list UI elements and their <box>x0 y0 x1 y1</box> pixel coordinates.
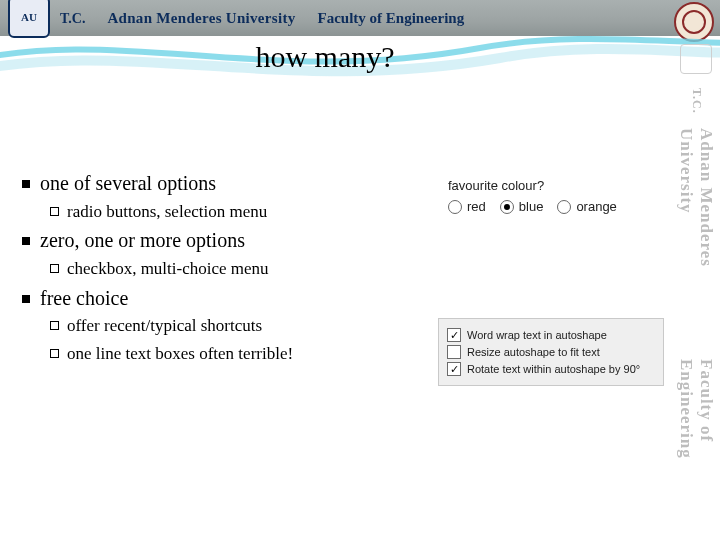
checkbox-row[interactable]: Rotate text within autoshape by 90° <box>447 362 655 376</box>
bullet-level1: one of several options <box>22 171 422 197</box>
bullet-text: one of several options <box>40 171 216 197</box>
bullet-text: free choice <box>40 286 128 312</box>
bullet-list: one of several options radio buttons, se… <box>22 165 422 371</box>
checkbox-row[interactable]: Resize autoshape to fit text <box>447 345 655 359</box>
banner-faculty: Faculty of Engineering <box>317 10 464 27</box>
watermark-logo-icon <box>680 44 712 74</box>
subbullet-marker-icon <box>50 321 59 330</box>
radio-option-label: blue <box>519 199 544 214</box>
top-banner: AU T.C. Adnan Menderes University Facult… <box>0 0 720 36</box>
example-radio-group: favourite colour? red blue orange <box>448 178 658 214</box>
checkbox-label: Rotate text within autoshape by 90° <box>467 363 640 376</box>
radio-option-label: orange <box>576 199 616 214</box>
bullet-marker-icon <box>22 237 30 245</box>
bullet-marker-icon <box>22 295 30 303</box>
right-watermark: T.C. Adnan Menderes University Faculty o… <box>672 40 720 536</box>
banner-text: T.C. Adnan Menderes University Faculty o… <box>60 10 464 27</box>
subbullet-text: offer recent/typical shortcuts <box>67 315 262 337</box>
subbullet-text: checkbox, multi-choice menu <box>67 258 269 280</box>
banner-university: Adnan Menderes University <box>107 10 295 27</box>
example-radio-options: red blue orange <box>448 199 658 214</box>
example-radio-label: favourite colour? <box>448 178 658 193</box>
checkbox-label: Word wrap text in autoshape <box>467 329 607 342</box>
radio-option[interactable]: orange <box>557 199 616 214</box>
checkbox-icon <box>447 345 461 359</box>
bullet-level2: offer recent/typical shortcuts <box>50 315 422 337</box>
subbullet-text: radio buttons, selection menu <box>67 201 267 223</box>
radio-option[interactable]: red <box>448 199 486 214</box>
bullet-level2: one line text boxes often terrible! <box>50 343 422 365</box>
radio-icon <box>500 200 514 214</box>
bullet-level2: checkbox, multi-choice menu <box>50 258 422 280</box>
checkbox-icon <box>447 362 461 376</box>
subbullet-marker-icon <box>50 207 59 216</box>
watermark-tc: T.C. <box>689 88 704 114</box>
radio-option-label: red <box>467 199 486 214</box>
faculty-logo-right <box>674 2 714 42</box>
checkbox-row[interactable]: Word wrap text in autoshape <box>447 328 655 342</box>
bullet-level1: free choice <box>22 286 422 312</box>
radio-option[interactable]: blue <box>500 199 544 214</box>
university-logo-left: AU <box>8 0 50 38</box>
checkbox-label: Resize autoshape to fit text <box>467 346 600 359</box>
subbullet-text: one line text boxes often terrible! <box>67 343 293 365</box>
radio-icon <box>557 200 571 214</box>
example-checkbox-group: Word wrap text in autoshape Resize autos… <box>438 318 664 386</box>
bullet-level1: zero, one or more options <box>22 228 422 254</box>
slide-title: how many? <box>0 40 650 74</box>
subbullet-marker-icon <box>50 264 59 273</box>
radio-icon <box>448 200 462 214</box>
watermark-faculty: Faculty of Engineering <box>676 359 716 536</box>
checkbox-icon <box>447 328 461 342</box>
bullet-text: zero, one or more options <box>40 228 245 254</box>
watermark-university: Adnan Menderes University <box>676 128 716 345</box>
bullet-marker-icon <box>22 180 30 188</box>
bullet-level2: radio buttons, selection menu <box>50 201 422 223</box>
banner-tc: T.C. <box>60 11 85 27</box>
subbullet-marker-icon <box>50 349 59 358</box>
